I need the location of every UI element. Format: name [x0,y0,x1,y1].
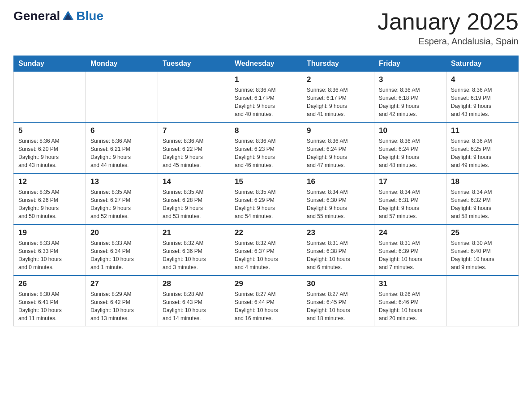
day-cell: 2Sunrise: 8:36 AM Sunset: 6:17 PM Daylig… [302,72,374,123]
day-info: Sunrise: 8:33 AM Sunset: 6:33 PM Dayligh… [18,239,81,271]
day-info: Sunrise: 8:36 AM Sunset: 6:23 PM Dayligh… [235,137,297,169]
day-cell: 1Sunrise: 8:36 AM Sunset: 6:17 PM Daylig… [230,72,302,123]
day-info: Sunrise: 8:28 AM Sunset: 6:43 PM Dayligh… [163,290,225,322]
day-info: Sunrise: 8:35 AM Sunset: 6:27 PM Dayligh… [90,188,153,220]
day-info: Sunrise: 8:34 AM Sunset: 6:31 PM Dayligh… [379,188,442,220]
day-info: Sunrise: 8:26 AM Sunset: 6:46 PM Dayligh… [379,290,442,322]
day-cell: 29Sunrise: 8:27 AM Sunset: 6:44 PM Dayli… [230,275,302,326]
day-number: 16 [307,177,369,186]
day-cell: 17Sunrise: 8:34 AM Sunset: 6:31 PM Dayli… [374,173,446,224]
day-cell: 8Sunrise: 8:36 AM Sunset: 6:23 PM Daylig… [230,122,302,173]
day-number: 10 [379,126,442,135]
day-number: 15 [235,177,297,186]
day-info: Sunrise: 8:34 AM Sunset: 6:30 PM Dayligh… [307,188,369,220]
week-row-3: 12Sunrise: 8:35 AM Sunset: 6:26 PM Dayli… [14,173,519,224]
day-number: 22 [235,228,297,237]
day-cell: 25Sunrise: 8:30 AM Sunset: 6:40 PM Dayli… [446,224,519,275]
day-number: 3 [379,75,442,84]
day-cell: 31Sunrise: 8:26 AM Sunset: 6:46 PM Dayli… [374,275,446,326]
day-cell: 21Sunrise: 8:32 AM Sunset: 6:36 PM Dayli… [158,224,230,275]
day-cell: 5Sunrise: 8:36 AM Sunset: 6:20 PM Daylig… [14,122,86,173]
week-row-5: 26Sunrise: 8:30 AM Sunset: 6:41 PM Dayli… [14,275,519,326]
day-info: Sunrise: 8:31 AM Sunset: 6:39 PM Dayligh… [379,239,442,271]
day-number: 19 [18,228,81,237]
day-cell [14,72,86,123]
logo: General Blue [13,9,103,23]
day-number: 11 [451,126,514,135]
day-cell: 19Sunrise: 8:33 AM Sunset: 6:33 PM Dayli… [14,224,86,275]
day-info: Sunrise: 8:35 AM Sunset: 6:28 PM Dayligh… [163,188,225,220]
day-number: 29 [235,279,297,288]
day-cell: 15Sunrise: 8:35 AM Sunset: 6:29 PM Dayli… [230,173,302,224]
day-cell: 20Sunrise: 8:33 AM Sunset: 6:34 PM Dayli… [86,224,158,275]
day-number: 6 [90,126,153,135]
day-info: Sunrise: 8:36 AM Sunset: 6:24 PM Dayligh… [307,137,369,169]
week-row-4: 19Sunrise: 8:33 AM Sunset: 6:33 PM Dayli… [14,224,519,275]
day-info: Sunrise: 8:33 AM Sunset: 6:34 PM Dayligh… [90,239,153,271]
calendar-table: SundayMondayTuesdayWednesdayThursdayFrid… [13,56,519,326]
day-info: Sunrise: 8:36 AM Sunset: 6:17 PM Dayligh… [307,86,369,118]
day-info: Sunrise: 8:36 AM Sunset: 6:17 PM Dayligh… [235,86,297,118]
day-number: 1 [235,75,297,84]
day-number: 9 [307,126,369,135]
header-row: SundayMondayTuesdayWednesdayThursdayFrid… [14,56,519,72]
day-number: 5 [18,126,81,135]
day-cell: 16Sunrise: 8:34 AM Sunset: 6:30 PM Dayli… [302,173,374,224]
day-cell: 10Sunrise: 8:36 AM Sunset: 6:24 PM Dayli… [374,122,446,173]
day-cell: 12Sunrise: 8:35 AM Sunset: 6:26 PM Dayli… [14,173,86,224]
day-cell: 26Sunrise: 8:30 AM Sunset: 6:41 PM Dayli… [14,275,86,326]
day-number: 8 [235,126,297,135]
header-monday: Monday [86,56,158,72]
day-info: Sunrise: 8:27 AM Sunset: 6:45 PM Dayligh… [307,290,369,322]
day-cell: 23Sunrise: 8:31 AM Sunset: 6:38 PM Dayli… [302,224,374,275]
day-number: 28 [163,279,225,288]
day-number: 7 [163,126,225,135]
day-number: 30 [307,279,369,288]
day-info: Sunrise: 8:35 AM Sunset: 6:29 PM Dayligh… [235,188,297,220]
day-number: 17 [379,177,442,186]
day-cell: 24Sunrise: 8:31 AM Sunset: 6:39 PM Dayli… [374,224,446,275]
day-info: Sunrise: 8:27 AM Sunset: 6:44 PM Dayligh… [235,290,297,322]
day-info: Sunrise: 8:36 AM Sunset: 6:21 PM Dayligh… [90,137,153,169]
header-sunday: Sunday [14,56,86,72]
day-cell: 13Sunrise: 8:35 AM Sunset: 6:27 PM Dayli… [86,173,158,224]
day-cell: 9Sunrise: 8:36 AM Sunset: 6:24 PM Daylig… [302,122,374,173]
header-wednesday: Wednesday [230,56,302,72]
day-cell: 14Sunrise: 8:35 AM Sunset: 6:28 PM Dayli… [158,173,230,224]
day-number: 20 [90,228,153,237]
day-number: 25 [451,228,514,237]
logo-blue: Blue [76,9,103,23]
day-cell: 28Sunrise: 8:28 AM Sunset: 6:43 PM Dayli… [158,275,230,326]
day-number: 4 [451,75,514,84]
day-number: 24 [379,228,442,237]
day-number: 18 [451,177,514,186]
day-cell [86,72,158,123]
day-number: 12 [18,177,81,186]
day-cell: 27Sunrise: 8:29 AM Sunset: 6:42 PM Dayli… [86,275,158,326]
day-info: Sunrise: 8:32 AM Sunset: 6:36 PM Dayligh… [163,239,225,271]
day-info: Sunrise: 8:29 AM Sunset: 6:42 PM Dayligh… [90,290,153,322]
page-header: General Blue January 2025 Espera, Andalu… [13,9,519,47]
day-number: 21 [163,228,225,237]
logo-icon [61,9,75,23]
day-info: Sunrise: 8:31 AM Sunset: 6:38 PM Dayligh… [307,239,369,271]
day-info: Sunrise: 8:35 AM Sunset: 6:26 PM Dayligh… [18,188,81,220]
day-number: 13 [90,177,153,186]
day-cell [446,275,519,326]
day-info: Sunrise: 8:36 AM Sunset: 6:25 PM Dayligh… [451,137,514,169]
header-tuesday: Tuesday [158,56,230,72]
day-info: Sunrise: 8:36 AM Sunset: 6:24 PM Dayligh… [379,137,442,169]
day-number: 26 [18,279,81,288]
week-row-1: 1Sunrise: 8:36 AM Sunset: 6:17 PM Daylig… [14,72,519,123]
day-number: 31 [379,279,442,288]
day-cell: 4Sunrise: 8:36 AM Sunset: 6:19 PM Daylig… [446,72,519,123]
day-info: Sunrise: 8:36 AM Sunset: 6:18 PM Dayligh… [379,86,442,118]
day-cell: 3Sunrise: 8:36 AM Sunset: 6:18 PM Daylig… [374,72,446,123]
day-info: Sunrise: 8:30 AM Sunset: 6:40 PM Dayligh… [451,239,514,271]
day-cell: 6Sunrise: 8:36 AM Sunset: 6:21 PM Daylig… [86,122,158,173]
day-info: Sunrise: 8:36 AM Sunset: 6:20 PM Dayligh… [18,137,81,169]
header-thursday: Thursday [302,56,374,72]
day-info: Sunrise: 8:30 AM Sunset: 6:41 PM Dayligh… [18,290,81,322]
week-row-2: 5Sunrise: 8:36 AM Sunset: 6:20 PM Daylig… [14,122,519,173]
header-friday: Friday [374,56,446,72]
